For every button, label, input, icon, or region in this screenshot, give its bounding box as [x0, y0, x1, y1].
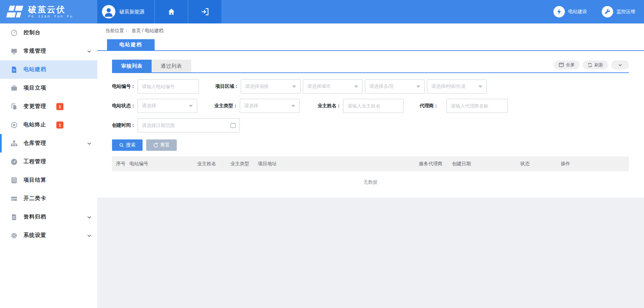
sidebar-item-engineering-mgmt[interactable]: 工程管理 [0, 152, 97, 171]
chevron-down-icon [87, 141, 92, 146]
tabs-row: 审核列表 通过列表 全屏 刷新 [112, 51, 629, 73]
fullscreen-button[interactable]: 全屏 [554, 60, 580, 69]
created-time-label: 创建时间： [112, 122, 136, 128]
fullscreen-icon [559, 63, 564, 67]
wrench-icon [602, 6, 613, 17]
refresh-button[interactable]: 刷新 [583, 60, 608, 69]
bolt-icon [553, 6, 565, 17]
col-owner-type: 业主类型 [230, 161, 258, 167]
logout-icon [201, 7, 209, 16]
sidebar-item-data-archive[interactable]: 资料归档 [0, 208, 97, 226]
page-tab-station-filing[interactable]: 电站建档 [107, 39, 155, 50]
province-select[interactable]: 请选择省份 [241, 79, 301, 94]
station-status-label: 电站状态： [112, 103, 136, 109]
col-owner-name: 业主姓名 [197, 161, 230, 167]
tab-review-list[interactable]: 审核列表 [112, 60, 152, 72]
sidebar-item-project-settlement[interactable]: 项目结算 [0, 171, 97, 189]
collapse-toolbar-button[interactable] [611, 60, 629, 69]
county-select[interactable]: 请选择县/区 [365, 79, 425, 94]
sidebar-item-station-termination[interactable]: 电站终止 1 [0, 116, 97, 134]
reset-icon [153, 143, 158, 148]
col-project-address: 项目地址 [258, 161, 419, 167]
city-select[interactable]: 请选择城市 [303, 79, 363, 94]
select-caret-icon [189, 105, 193, 107]
gauge-icon [10, 158, 18, 166]
reset-button[interactable]: 重置 [146, 139, 177, 151]
dashboard-icon [10, 29, 18, 37]
tab-approved-list[interactable]: 通过列表 [152, 60, 191, 72]
topbar: 破茧云伏 Po Jian Yun Fu 破茧新能源 [0, 0, 644, 23]
logo: 破茧云伏 Po Jian Yun Fu [0, 0, 97, 23]
owner-name-input[interactable] [343, 99, 404, 113]
owner-type-label: 业主类型： [214, 103, 238, 109]
refresh-icon [588, 63, 592, 67]
calculator-icon [10, 176, 18, 184]
logout-button[interactable] [188, 0, 221, 23]
briefcase-icon [10, 84, 18, 92]
logo-text: 破茧云伏 Po Jian Yun Fu [28, 5, 73, 18]
sidebar: 控制台 常规管理 电站建档 项 [0, 23, 97, 308]
archive-file-icon [10, 213, 18, 221]
sidebar-item-console[interactable]: 控制台 [0, 23, 97, 42]
account-menu[interactable]: 破茧新能源 [97, 0, 154, 23]
quick-link-station-build[interactable]: 电站建设 [553, 6, 587, 17]
avatar [102, 5, 115, 18]
sidebar-item-open-type2-card[interactable]: 开二类卡 [0, 189, 97, 208]
quick-link-label: 电站建设 [568, 9, 587, 15]
date-range-input[interactable] [138, 118, 240, 132]
content-panel: 审核列表 通过列表 全屏 刷新 [97, 51, 644, 198]
station-status-select[interactable]: 请选择 [138, 99, 197, 113]
document-icon [10, 66, 18, 74]
user-icon [102, 5, 115, 18]
sidebar-item-project-initiation[interactable]: 项目立项 [0, 79, 97, 97]
home-icon [167, 8, 175, 16]
sidebar-item-warehouse-mgmt[interactable]: 仓库管理 [0, 134, 97, 152]
notification-badge: 1 [56, 121, 63, 128]
cards-icon [10, 195, 18, 203]
owner-name-label: 业主姓名： [318, 103, 341, 109]
gear-icon [10, 232, 18, 240]
sidebar-item-system-settings[interactable]: 系统设置 [0, 226, 97, 245]
record-circle-icon [10, 121, 18, 129]
topbar-quick-links: 电站建设 监控运维 [553, 0, 644, 23]
col-actions: 操作 [561, 161, 629, 167]
owner-type-select[interactable]: 请选择 [240, 99, 300, 113]
sitemap-icon [10, 139, 18, 147]
chevron-down-icon [87, 233, 92, 238]
filter-row-1: 电站编号： 项目区域： 请选择省份 请选择城市 请选择县/区 请选择村镇/街道 [112, 79, 629, 94]
search-icon [119, 143, 124, 148]
app-title: 破茧云伏 [28, 5, 73, 14]
table-header-row: 序号 电站编号 业主姓名 业主类型 项目地址 服务代理商 创建日期 状态 操作 [112, 157, 629, 171]
sidebar-item-general-mgmt[interactable]: 常规管理 [0, 42, 97, 60]
chevron-down-icon [87, 214, 92, 220]
col-service-agent: 服务代理商 [419, 161, 452, 167]
filter-form: 电站编号： 项目区域： 请选择省份 请选择城市 请选择县/区 请选择村镇/街道 [112, 79, 629, 132]
search-button[interactable]: 搜索 [112, 139, 143, 151]
monitor-icon [10, 47, 18, 55]
station-no-input[interactable] [138, 79, 199, 94]
agent-label: 代理商： [420, 103, 438, 109]
main-content: 当前位置： 首页 / 电站建档 电站建档 审核列表 通过列表 全屏 [97, 23, 644, 308]
account-name: 破茧新能源 [119, 9, 145, 15]
filter-row-3: 创建时间： [112, 118, 629, 132]
sidebar-item-change-mgmt[interactable]: 变更管理 1 [0, 97, 97, 116]
breadcrumb: 当前位置： 首页 / 电站建档 [105, 28, 164, 34]
station-no-label: 电站编号： [112, 83, 136, 89]
village-select[interactable]: 请选择村镇/街道 [427, 79, 487, 94]
quick-link-label: 监控运维 [616, 9, 635, 15]
home-button[interactable] [154, 0, 188, 23]
col-status: 状态 [520, 161, 561, 167]
agent-input[interactable] [446, 99, 508, 113]
breadcrumb-path: 首页 / 电站建档 [131, 28, 164, 33]
quick-link-monitor-ops[interactable]: 监控运维 [602, 6, 635, 17]
date-range-field [138, 118, 240, 132]
sidebar-item-station-filing[interactable]: 电站建档 [0, 60, 97, 79]
panel-toolbar: 全屏 刷新 [554, 60, 629, 69]
app-subtitle: Po Jian Yun Fu [28, 14, 73, 18]
col-created-date: 创建日期 [452, 161, 520, 167]
chevron-down-icon [618, 63, 623, 67]
copy-pages-icon [10, 103, 18, 111]
select-caret-icon [416, 85, 420, 88]
logo-mark-icon [5, 5, 24, 19]
select-caret-icon [291, 105, 295, 107]
